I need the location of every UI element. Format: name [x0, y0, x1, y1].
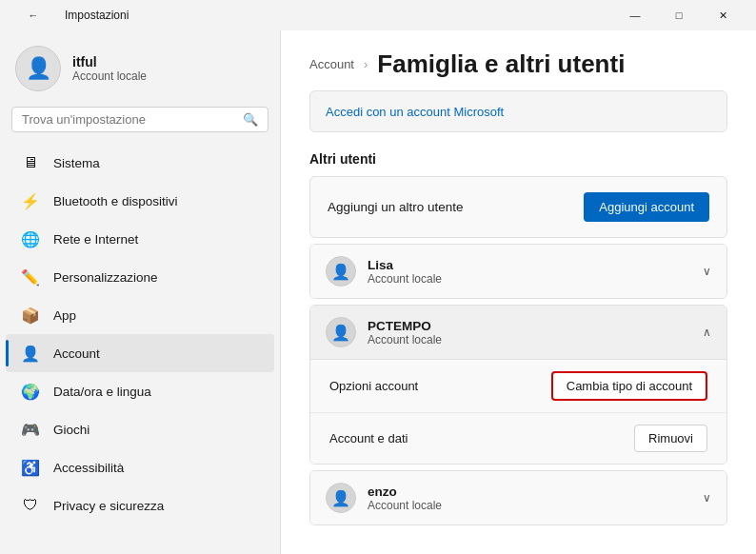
account-icon: 👤	[21, 344, 40, 363]
add-user-card: Aggiungi un altro utente Aggiungi accoun…	[309, 176, 727, 238]
giochi-icon: 🎮	[21, 420, 40, 439]
user-row-left-enzo: 👤 enzo Account locale	[326, 483, 442, 513]
remove-button[interactable]: Rimuovi	[634, 425, 707, 452]
app-icon: 📦	[21, 306, 40, 325]
titlebar-left: ← Impostazioni	[11, 0, 129, 30]
user-type-pctempo: Account locale	[368, 333, 442, 346]
user-account-type: Account locale	[72, 69, 147, 83]
sidebar-item-account[interactable]: 👤 Account	[6, 334, 274, 372]
section-title-altri-utenti: Altri utenti	[309, 151, 727, 167]
chevron-up-icon-pctempo: ∧	[703, 326, 711, 339]
sidebar-item-privacy[interactable]: 🛡 Privacy e sicurezza	[6, 486, 274, 524]
content-header: Account › Famiglia e altri utenti	[281, 30, 756, 90]
user-card-lisa: 👤 Lisa Account locale ∨	[309, 244, 727, 299]
sidebar-item-sistema[interactable]: 🖥 Sistema	[6, 144, 274, 182]
window-controls: — □ ✕	[613, 0, 745, 30]
sidebar-item-accessibilita[interactable]: ♿ Accessibilità	[6, 448, 274, 486]
sidebar-item-label-accessibilita: Accessibilità	[53, 461, 124, 475]
sidebar-item-personalizzazione[interactable]: ✏️ Personalizzazione	[6, 258, 274, 296]
sidebar-item-bluetooth[interactable]: ⚡ Bluetooth e dispositivi	[6, 182, 274, 220]
user-row-enzo[interactable]: 👤 enzo Account locale ∨	[310, 471, 726, 524]
avatar-icon: 👤	[26, 56, 51, 81]
avatar-icon-lisa: 👤	[331, 263, 350, 281]
user-details-enzo: enzo Account locale	[368, 485, 442, 512]
close-icon: ✕	[719, 10, 727, 22]
user-row-left-lisa: 👤 Lisa Account locale	[326, 256, 442, 287]
user-row-lisa[interactable]: 👤 Lisa Account locale ∨	[310, 245, 726, 298]
app-title: Impostazioni	[65, 9, 129, 22]
user-avatar: 👤	[15, 46, 61, 91]
maximize-icon: □	[676, 10, 683, 21]
option-label-dati: Account e dati	[329, 431, 408, 445]
bluetooth-icon: ⚡	[21, 191, 40, 210]
user-row-left-pctempo: 👤 PCTEMPO Account locale	[326, 317, 442, 347]
add-user-label: Aggiungi un altro utente	[328, 200, 464, 214]
user-card-pctempo: 👤 PCTEMPO Account locale ∧ Opzioni accou…	[309, 305, 727, 465]
content-scroll: Accedi con un account Microsoft Altri ut…	[281, 90, 756, 554]
user-name-lisa: Lisa	[368, 258, 442, 272]
sidebar-item-label-account: Account	[53, 346, 100, 361]
minimize-button[interactable]: —	[613, 0, 657, 30]
avatar-enzo: 👤	[326, 483, 356, 513]
personalizzazione-icon: ✏️	[21, 267, 40, 287]
avatar-lisa: 👤	[326, 256, 356, 287]
user-details-pctempo: PCTEMPO Account locale	[368, 319, 442, 346]
user-type-lisa: Account locale	[368, 272, 442, 286]
user-row-pctempo[interactable]: 👤 PCTEMPO Account locale ∧	[310, 306, 726, 359]
option-row-account: Opzioni account Cambia tipo di account	[310, 360, 726, 413]
change-account-type-button[interactable]: Cambia tipo di account	[551, 371, 707, 401]
sidebar-item-label-app: App	[53, 308, 76, 323]
breadcrumb-separator: ›	[364, 57, 368, 71]
main-container: 👤 itful Account locale 🔍 🖥 Sistema ⚡ Blu…	[0, 30, 756, 554]
microsoft-signin-link[interactable]: Accedi con un account Microsoft	[326, 105, 504, 119]
user-info: itful Account locale	[72, 54, 147, 83]
user-options-pctempo: Opzioni account Cambia tipo di account A…	[310, 359, 726, 464]
sidebar: 👤 itful Account locale 🔍 🖥 Sistema ⚡ Blu…	[0, 30, 280, 554]
back-button[interactable]: ←	[11, 0, 55, 30]
user-name-pctempo: PCTEMPO	[368, 319, 442, 333]
sidebar-item-label-rete: Rete e Internet	[53, 232, 138, 247]
user-card-enzo: 👤 enzo Account locale ∨	[309, 470, 727, 525]
avatar-pctempo: 👤	[326, 317, 356, 347]
titlebar: ← Impostazioni — □ ✕	[0, 0, 756, 30]
user-name-enzo: enzo	[368, 485, 442, 499]
breadcrumb: Account › Famiglia e altri utenti	[309, 49, 727, 79]
content-area: Account › Famiglia e altri utenti Accedi…	[280, 30, 756, 554]
sidebar-item-rete[interactable]: 🌐 Rete e Internet	[6, 220, 274, 258]
chevron-down-icon-lisa: ∨	[703, 265, 711, 278]
breadcrumb-account: Account	[309, 57, 354, 71]
rete-icon: 🌐	[21, 229, 40, 248]
microsoft-link-box: Accedi con un account Microsoft	[309, 90, 727, 132]
sidebar-item-app[interactable]: 📦 App	[6, 296, 274, 334]
sidebar-item-data[interactable]: 🌍 Data/ora e lingua	[6, 372, 274, 410]
back-icon: ←	[29, 10, 39, 21]
chevron-down-icon-enzo: ∨	[703, 491, 711, 505]
maximize-button[interactable]: □	[657, 0, 701, 30]
sistema-icon: 🖥	[21, 153, 40, 172]
close-button[interactable]: ✕	[701, 0, 745, 30]
add-account-button[interactable]: Aggiungi account	[584, 192, 709, 222]
user-type-enzo: Account locale	[368, 499, 442, 512]
option-label-account: Opzioni account	[329, 379, 418, 393]
data-icon: 🌍	[21, 382, 40, 401]
avatar-icon-pctempo: 👤	[331, 324, 350, 342]
sidebar-nav: 🖥 Sistema ⚡ Bluetooth e dispositivi 🌐 Re…	[0, 144, 280, 524]
sidebar-item-label-giochi: Giochi	[53, 423, 90, 437]
sidebar-item-label-bluetooth: Bluetooth e dispositivi	[53, 194, 178, 208]
option-row-dati: Account e dati Rimuovi	[310, 413, 726, 464]
sidebar-item-label-data: Data/ora e lingua	[53, 385, 151, 399]
user-details-lisa: Lisa Account locale	[368, 258, 442, 286]
user-name: itful	[72, 54, 147, 69]
avatar-icon-enzo: 👤	[331, 489, 350, 507]
page-title: Famiglia e altri utenti	[377, 49, 625, 79]
sidebar-item-label-privacy: Privacy e sicurezza	[53, 499, 164, 513]
privacy-icon: 🛡	[21, 496, 40, 515]
search-input[interactable]	[22, 112, 235, 127]
sidebar-item-label-personalizzazione: Personalizzazione	[53, 270, 158, 285]
sidebar-item-giochi[interactable]: 🎮 Giochi	[6, 410, 274, 448]
add-user-row: Aggiungi un altro utente Aggiungi accoun…	[310, 177, 726, 237]
user-profile: 👤 itful Account locale	[0, 30, 280, 103]
search-icon: 🔍	[243, 112, 258, 127]
sidebar-item-label-sistema: Sistema	[53, 156, 100, 170]
search-box[interactable]: 🔍	[11, 107, 269, 132]
